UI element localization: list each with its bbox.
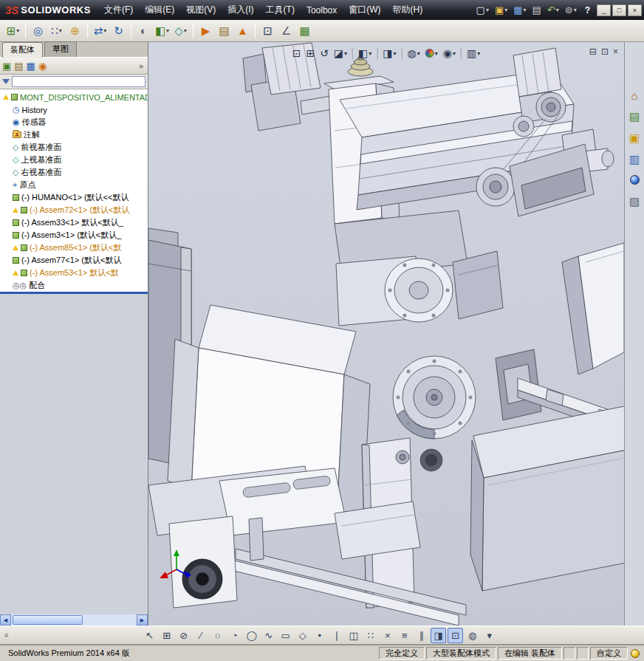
tree-item-root[interactable]: MONT_DISPOSITIVO_ALIMENTAD [0,91,148,103]
undo-button[interactable]: ↶▾ [545,3,561,17]
tree-item-component[interactable]: (-) Assem77<1> (默认<默认 [0,254,148,267]
tree-item-annotations[interactable]: A 注解 [0,129,148,141]
smart-fasteners-button[interactable]: ⊕ [66,22,84,40]
previous-view-button[interactable]: ↺ [318,47,330,60]
tree-item-component[interactable]: (-) Assem3<1> (默认<默认_ [0,229,148,242]
panel-horizontal-scrollbar[interactable]: ◀ ▶ [0,614,148,626]
filter-input[interactable] [12,76,145,87]
view-palette-button[interactable]: ▥ [629,153,640,166]
maximize-button[interactable]: □ [612,4,626,16]
menu-view[interactable]: 视图(V) [180,1,222,19]
panel-overflow-button[interactable]: » [137,61,145,70]
move-component-button[interactable]: ⇄▾ [91,22,109,40]
tree-item-component[interactable]: (-) Assem53<1> 默认<默 [0,267,148,279]
minimize-button[interactable]: _ [597,4,611,16]
assembly-features-button[interactable]: ◧▾ [153,22,171,40]
print-document-button[interactable]: ▤ [530,3,544,17]
edit-appearance-button[interactable]: ▾ [424,48,439,58]
scroll-left-button[interactable]: ◀ [0,614,11,626]
menu-edit[interactable]: 编辑(E) [139,1,180,19]
zoom-area-button[interactable]: ⊞ [304,47,316,60]
hide-show-items-button[interactable]: ◍▾ [406,47,422,60]
document-restore-button[interactable]: ⊡ [601,47,609,57]
menu-help[interactable]: 帮助(H) [387,1,429,19]
help-button[interactable]: ? [580,4,595,17]
insert-component-button[interactable]: ⊞▾ [4,22,22,40]
toolbar-grip-icon[interactable]: ≡ [4,631,8,639]
polygon-tool-button[interactable]: ◇ [295,628,310,643]
rectangle-tool-button[interactable]: ▭ [278,628,293,643]
show-hidden-components-button[interactable]: ◐ [134,22,153,40]
linear-component-pattern-button[interactable]: ∷▾ [47,22,66,40]
menu-tools[interactable]: 工具(T) [260,1,301,19]
performance-ball-icon[interactable] [631,649,640,658]
options-button[interactable]: ⊚▾ [563,3,579,17]
tree-item-component[interactable]: (-) Assem85<1> (默认<默 [0,242,148,254]
spline-tool-button[interactable]: ∿ [261,628,276,643]
line-tool-button[interactable]: ∕ [193,628,208,643]
reference-geometry-button[interactable]: ◇▾ [171,22,190,40]
menu-file[interactable]: 文件(F) [98,1,139,19]
document-minimize-button[interactable]: ⊟ [589,47,597,57]
ellipse-tool-button[interactable]: ◯ [244,628,259,643]
scrollbar-thumb[interactable] [13,615,83,625]
save-document-button[interactable]: ▦▾ [511,3,528,17]
trim-entities-button[interactable]: × [380,628,395,643]
filter-funnel-icon[interactable] [2,79,10,84]
section-view-button[interactable]: ◪▾ [332,47,349,60]
zoom-fit-button[interactable]: ⊡ [291,47,303,60]
featuremanager-tree-tab-icon[interactable]: ▣ [2,61,11,72]
mirror-entities-button[interactable]: ◫ [346,628,361,643]
tree-item-sensors[interactable]: ◉ 传感器 [0,116,148,129]
scroll-right-button[interactable]: ▶ [137,614,148,626]
grid-system-button[interactable]: ⊞ [159,628,174,643]
machine-model[interactable] [148,42,624,626]
shaded-display-button[interactable]: ◨ [431,628,446,643]
appearances-button[interactable] [630,174,640,187]
arc-tool-button[interactable]: ◔ [227,628,242,643]
tree-item-origin[interactable]: + 原点 [0,179,148,191]
tree-item-front-plane[interactable]: ◇ 前视基准面 [0,141,148,154]
convert-entities-button[interactable]: ≡ [397,628,412,643]
home-resources-button[interactable]: ⌂ [631,89,637,102]
offset-entities-button[interactable]: ∥ [414,628,429,643]
view-settings-button[interactable]: ▥▾ [465,47,482,60]
tree-item-component[interactable]: (-) HUMANO<1> (默认<<默认 [0,191,148,204]
tree-item-component[interactable]: (-) Assem33<1> 默认<默认_ [0,216,148,229]
select-tool-button[interactable]: ↖ [142,628,157,643]
hide-show-button[interactable]: ◍ [465,628,480,643]
tab-sketch[interactable]: 草图 [44,41,77,57]
view-orientation-button[interactable]: ◧▾ [357,47,373,60]
menu-window[interactable]: 窗口(W) [343,1,386,19]
exploded-view-button[interactable]: ▲ [233,22,252,40]
custom-properties-button[interactable]: ▨ [629,195,640,208]
close-button[interactable]: × [628,4,642,16]
interference-detection-button[interactable]: ▦ [295,22,314,40]
configurationmanager-tab-icon[interactable]: ▦ [27,61,35,72]
tree-item-component[interactable]: (-) Assem72<1> (默认<默认 [0,204,148,216]
toolbar-options-button[interactable]: ▾ [482,628,497,643]
tree-item-top-plane[interactable]: ◇ 上视基准面 [0,154,148,166]
graphics-viewport[interactable]: ⊡ ⊞ ↺ ◪▾ ◧▾ ◨▾ ◍▾ ▾ ◉▾ ▥▾ ⊟ ⊡ × [148,42,624,626]
status-custom[interactable]: 自定义 [590,647,628,660]
document-close-button[interactable]: × [613,47,618,57]
linear-sketch-pattern-button[interactable]: ∷ [363,628,378,643]
mate-button[interactable]: ◎ [29,22,47,40]
smart-dimension-button[interactable]: ⊘ [176,628,191,643]
instant3d-button[interactable]: ⊡ [258,22,277,40]
measure-button[interactable]: ∠ [277,22,295,40]
point-tool-button[interactable]: • [312,628,327,643]
status-large-assembly-mode[interactable]: 大型装配体模式 [426,647,496,660]
view-normal-to-button[interactable]: ⊡ [448,628,463,643]
propertymanager-tab-icon[interactable]: ▤ [14,61,23,72]
tree-item-mates[interactable]: ◎◎ 配合 [0,279,148,292]
open-document-button[interactable]: ▣▾ [493,3,510,17]
apply-scene-button[interactable]: ◉▾ [442,47,457,60]
new-document-button[interactable]: ▢▾ [474,3,491,17]
menu-insert[interactable]: 插入(I) [222,1,259,19]
tree-item-history[interactable]: ◷ History [0,103,148,116]
menu-toolbox[interactable]: Toolbox [301,2,343,18]
displaymanager-tab-icon[interactable]: ◉ [38,61,47,72]
display-style-button[interactable]: ◨▾ [381,47,397,60]
design-library-button[interactable]: ▤ [629,110,640,123]
